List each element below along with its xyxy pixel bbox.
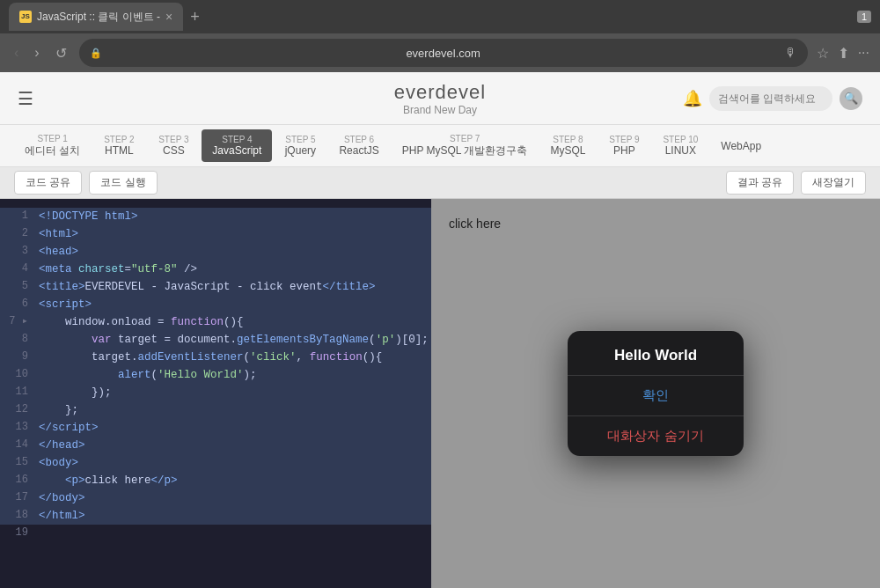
code-line-10: 10 alert('Hello World');: [0, 366, 431, 384]
search-button[interactable]: 🔍: [840, 87, 862, 110]
refresh-button[interactable]: ↺: [52, 41, 70, 65]
site-title: everdevel Brand New Day: [394, 81, 486, 116]
site-header: ☰ everdevel Brand New Day 🔔 🔍: [0, 72, 880, 125]
tab-title: JavaScript :: 클릭 이벤트 -: [37, 10, 160, 25]
code-line-16: 16 <p>click here</p>: [0, 472, 431, 489]
tab-bar: JS JavaScript :: 클릭 이벤트 - × +: [9, 3, 850, 31]
step-10[interactable]: STEP 10 LINUX: [652, 129, 708, 162]
main-content: 1 <!DOCTYPE html> 2 <html> 3 <head> 4 <m…: [0, 199, 880, 588]
step-4[interactable]: STEP 4 JavaScript: [202, 129, 272, 162]
code-line-9: 9 target.addEventListener('click', funct…: [0, 349, 431, 366]
address-bar: ‹ › ↺ 🔒 everdevel.com 🎙 ☆ ⬆ ···: [0, 33, 880, 72]
code-line-6: 6 <script>: [0, 296, 431, 313]
code-line-4: 4 <meta charset="utf-8" />: [0, 261, 431, 278]
code-line-13: 13 </script>: [0, 419, 431, 437]
code-line-1: 1 <!DOCTYPE html>: [0, 208, 431, 225]
step-7[interactable]: STEP 7 PHP MySQL 개발환경구축: [392, 129, 539, 164]
url-bar[interactable]: 🔒 everdevel.com 🎙: [79, 39, 808, 67]
step-5[interactable]: STEP 5 jQuery: [274, 129, 326, 162]
new-write-button[interactable]: 새장열기: [801, 171, 866, 195]
code-line-18: 18 </html>: [0, 507, 431, 525]
modal-title-row: Hello World: [568, 331, 744, 376]
code-line-15: 15 <body>: [0, 454, 431, 472]
mic-icon: 🎙: [785, 46, 797, 60]
code-toolbar: 코드 공유 코드 실행 결과 공유 새장열기: [0, 167, 880, 199]
more-menu-icon[interactable]: ···: [858, 45, 869, 61]
header-right: 🔔 🔍: [683, 86, 862, 111]
step-3[interactable]: STEP 3 CSS: [147, 129, 200, 162]
code-line-11: 11 });: [0, 384, 431, 401]
result-share-button[interactable]: 결과 공유: [726, 171, 794, 195]
step-1[interactable]: STEP 1 에디터 설치: [14, 129, 91, 164]
modal-dialog: Hello World 확인 대화상자 숨기기: [568, 331, 744, 456]
browser-window-number: 1: [857, 11, 871, 23]
code-line-8: 8 var target = document.getElementsByTag…: [0, 331, 431, 349]
lock-icon: 🔒: [90, 48, 102, 59]
back-button[interactable]: ‹: [11, 41, 22, 64]
code-line-19: 19: [0, 525, 431, 541]
preview-pane: click here Hello World 확인 대화상자 숨기기: [431, 199, 880, 588]
site-name: everdevel: [394, 81, 486, 104]
code-line-2: 2 <html>: [0, 225, 431, 243]
active-tab[interactable]: JS JavaScript :: 클릭 이벤트 - ×: [9, 3, 183, 31]
code-line-7: 7 ▸ window.onload = function(){: [0, 313, 431, 331]
new-tab-button[interactable]: +: [190, 9, 200, 25]
code-editor[interactable]: 1 <!DOCTYPE html> 2 <html> 3 <head> 4 <m…: [0, 199, 431, 588]
step-8[interactable]: STEP 8 MySQL: [539, 129, 596, 162]
share-code-button[interactable]: 코드 공유: [14, 171, 82, 195]
site-tagline: Brand New Day: [394, 104, 486, 116]
hamburger-menu-icon[interactable]: ☰: [18, 88, 33, 109]
forward-button[interactable]: ›: [31, 41, 42, 64]
modal-title: Hello World: [582, 347, 730, 364]
bookmark-icon[interactable]: ☆: [817, 45, 829, 62]
toolbar-right: 결과 공유 새장열기: [726, 171, 866, 195]
code-line-3: 3 <head>: [0, 243, 431, 261]
step-webapp[interactable]: WebApp: [710, 135, 772, 158]
step-2[interactable]: STEP 2 HTML: [92, 129, 145, 162]
step-6[interactable]: STEP 6 ReactJS: [328, 129, 389, 162]
modal-cancel-button[interactable]: 대화상자 숨기기: [568, 416, 744, 456]
run-code-button[interactable]: 코드 실행: [89, 171, 157, 195]
code-line-12: 12 };: [0, 401, 431, 419]
modal-overlay: Hello World 확인 대화상자 숨기기: [431, 199, 880, 588]
steps-navigation: STEP 1 에디터 설치 STEP 2 HTML STEP 3 CSS STE…: [0, 125, 880, 167]
code-line-14: 14 </head>: [0, 437, 431, 454]
browser-title-bar: JS JavaScript :: 클릭 이벤트 - × + 1: [0, 0, 880, 33]
code-line-17: 17 </body>: [0, 489, 431, 507]
modal-confirm-button[interactable]: 확인: [568, 376, 744, 416]
code-line-5: 5 <title>EVERDEVEL - JavaScript - click …: [0, 278, 431, 296]
search-input[interactable]: [709, 86, 832, 111]
step-9[interactable]: STEP 9 PHP: [598, 129, 650, 162]
tab-favicon: JS: [19, 11, 32, 23]
share-icon[interactable]: ⬆: [838, 45, 849, 62]
tab-close-icon[interactable]: ×: [165, 10, 172, 24]
url-text: everdevel.com: [107, 47, 780, 60]
bell-icon[interactable]: 🔔: [683, 89, 702, 108]
